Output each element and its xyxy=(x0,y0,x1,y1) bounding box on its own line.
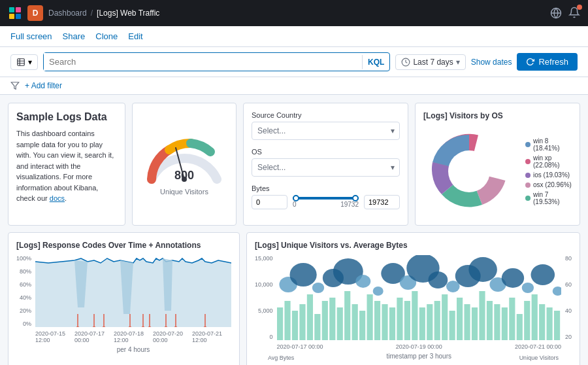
source-country-group: Source Country Select... xyxy=(252,111,400,140)
search-input[interactable] xyxy=(44,53,362,71)
win8-dot xyxy=(525,142,531,147)
svg-rect-3 xyxy=(16,14,21,19)
show-dates-button[interactable]: Show dates xyxy=(471,58,512,67)
donut-chart xyxy=(423,126,515,217)
clone-button[interactable]: Clone xyxy=(95,31,118,41)
sample-logs-panel: Sample Logs Data This dashboard contains… xyxy=(8,103,125,226)
edit-button[interactable]: Edit xyxy=(128,31,142,41)
svg-point-82 xyxy=(428,271,448,288)
svg-rect-68 xyxy=(531,294,537,340)
response-per-label: per 4 hours xyxy=(35,346,231,353)
svg-rect-59 xyxy=(464,304,470,340)
visitors-by-os-panel: [Logs] Visitors by OS xyxy=(415,103,580,226)
globe-icon[interactable] xyxy=(550,7,562,19)
kql-badge[interactable]: KQL xyxy=(362,55,389,69)
time-selector[interactable]: Last 7 days ▾ xyxy=(395,54,465,70)
dashboard-row-1: Sample Logs Data This dashboard contains… xyxy=(8,103,580,226)
svg-marker-12 xyxy=(35,258,231,327)
action-bar: Full screen Share Clone Edit xyxy=(0,26,588,47)
range-labels: 0 19732 xyxy=(293,201,359,208)
unique-visitors-panel: [Logs] Unique Visitors vs. Average Bytes… xyxy=(246,232,580,365)
svg-rect-43 xyxy=(344,291,350,340)
osx-dot xyxy=(525,182,531,188)
svg-rect-48 xyxy=(382,304,387,340)
gauge-container: 800 xyxy=(142,133,227,182)
gauge-label: Unique Visitors xyxy=(160,188,208,196)
gauge-value: 800 xyxy=(174,169,194,182)
svg-rect-56 xyxy=(442,294,448,340)
svg-rect-66 xyxy=(516,314,522,340)
range-thumb-left[interactable] xyxy=(293,195,299,201)
source-country-label: Source Country xyxy=(252,111,400,119)
gauge-panel: 800 Unique Visitors xyxy=(132,103,237,226)
svg-rect-52 xyxy=(412,291,417,340)
svg-point-89 xyxy=(531,264,555,285)
svg-rect-36 xyxy=(291,311,297,340)
svg-rect-61 xyxy=(479,291,485,340)
legend-osx: osx (20.96%) xyxy=(525,181,572,188)
svg-rect-35 xyxy=(284,301,290,340)
search-bar: ▾ KQL Last 7 days ▾ Show dates Refresh xyxy=(0,47,588,77)
legend-win8: win 8 (18.41%) xyxy=(525,137,572,152)
range-track xyxy=(293,197,359,200)
bytes-max-wrap xyxy=(364,195,400,209)
bytes-max-input[interactable] xyxy=(364,195,400,209)
source-country-select-wrap: Select... xyxy=(252,122,400,140)
range-thumb-right[interactable] xyxy=(352,195,359,201)
range-track-wrap: 0 19732 xyxy=(293,197,359,208)
notification-badge xyxy=(577,5,582,10)
svg-rect-57 xyxy=(449,311,455,340)
visitors-chart-inner: 2020-07-17 00:00 2020-07-19 00:00 2020-0… xyxy=(277,255,561,353)
svg-rect-67 xyxy=(524,301,530,340)
winxp-dot xyxy=(525,159,531,164)
bytes-label: Bytes xyxy=(252,184,400,192)
visitors-x-label: timestamp per 3 hours xyxy=(277,353,561,360)
svg-rect-49 xyxy=(389,307,395,340)
index-pattern-selector[interactable]: ▾ xyxy=(10,54,38,70)
y-axis-labels: 100% 80% 60% 40% 20% 0% xyxy=(16,255,33,327)
range-fill xyxy=(293,197,359,200)
visitors-chart-svg xyxy=(277,255,561,340)
svg-rect-44 xyxy=(351,304,357,340)
visitors-x-labels: 2020-07-17 00:00 2020-07-19 00:00 2020-0… xyxy=(277,343,561,350)
source-country-select[interactable]: Select... xyxy=(252,122,400,140)
filter-bar: + Add filter xyxy=(0,77,588,95)
svg-rect-62 xyxy=(486,301,492,340)
os-label: OS xyxy=(252,148,400,156)
svg-point-90 xyxy=(552,287,561,296)
svg-rect-45 xyxy=(359,311,365,340)
bytes-group: Bytes 0 19732 xyxy=(252,184,400,209)
svg-rect-53 xyxy=(419,307,425,340)
bytes-min-input[interactable] xyxy=(252,195,287,209)
svg-rect-69 xyxy=(539,304,545,340)
svg-rect-37 xyxy=(299,304,305,340)
svg-rect-41 xyxy=(329,298,335,340)
svg-rect-39 xyxy=(314,314,320,340)
add-filter-button[interactable]: + Add filter xyxy=(25,81,62,90)
svg-point-74 xyxy=(312,283,323,293)
os-select[interactable]: Select... xyxy=(252,158,400,177)
svg-rect-60 xyxy=(471,307,477,340)
breadcrumb: Dashboard / [Logs] Web Traffic xyxy=(48,9,159,18)
svg-rect-71 xyxy=(554,311,560,340)
svg-point-78 xyxy=(372,287,383,296)
refresh-icon xyxy=(526,58,534,66)
response-x-labels: 2020-07-15 12:00 2020-07-17 00:00 2020-0… xyxy=(35,330,231,343)
grid-icon xyxy=(8,6,22,20)
dashboard-row-2: [Logs] Response Codes Over Time + Annota… xyxy=(8,232,580,365)
svg-rect-34 xyxy=(277,307,283,340)
docs-link[interactable]: docs xyxy=(50,194,65,202)
sample-logs-title: Sample Logs Data xyxy=(16,111,117,123)
visitors-y-right: 80 60 40 20 xyxy=(564,255,572,340)
response-chart-svg xyxy=(35,255,231,327)
svg-point-87 xyxy=(501,268,523,288)
svg-rect-50 xyxy=(397,298,402,340)
response-codes-title: [Logs] Response Codes Over Time + Annota… xyxy=(16,241,231,250)
full-screen-button[interactable]: Full screen xyxy=(10,31,52,41)
share-button[interactable]: Share xyxy=(63,31,86,41)
clock-icon xyxy=(401,58,410,67)
response-codes-panel: [Logs] Response Codes Over Time + Annota… xyxy=(8,232,240,365)
refresh-button[interactable]: Refresh xyxy=(517,53,578,71)
svg-rect-58 xyxy=(457,298,463,340)
svg-rect-42 xyxy=(336,307,342,340)
